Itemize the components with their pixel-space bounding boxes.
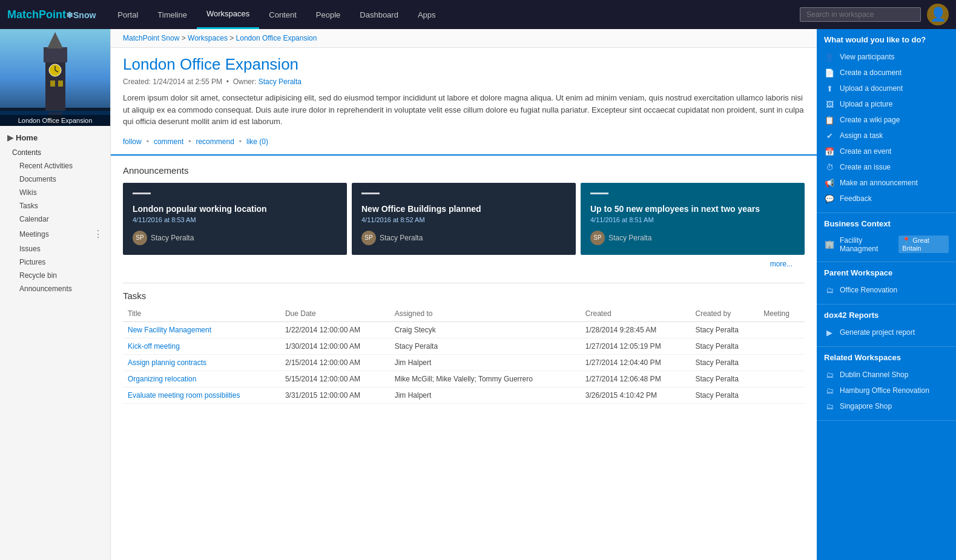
card2-author: SP Stacy Peralta [361,231,566,245]
logo[interactable]: MatchPoint❄Snow [7,8,96,21]
announcements-grid: London popular working location 4/11/201… [123,183,805,255]
recycle-bin-label: Recycle bin [19,271,57,280]
action-view-participants[interactable]: 👤 View participants [824,49,949,65]
action-create-event[interactable]: 📅 Create an event [824,143,949,159]
sidebar-item-tasks[interactable]: Tasks [12,199,110,212]
nav-content[interactable]: Content [259,0,306,29]
avatar[interactable]: 👤 [927,4,949,25]
breadcrumb-matchpoint[interactable]: MatchPoint Snow [123,34,179,42]
task-meeting-cell [759,338,805,354]
generate-report-item[interactable]: ▶ Generate project report [824,324,949,340]
home-arrow-icon: ▶ [7,133,13,142]
sidebar-item-pictures[interactable]: Pictures [12,255,110,269]
action-create-issue[interactable]: ⏱ Create an issue [824,159,949,175]
related-hamburg[interactable]: 🗂 Hamburg Office Renovation [824,383,949,398]
card1-line [133,193,151,194]
what-section: What would you like to do? 👤 View partic… [817,29,956,213]
sidebar-item-meetings[interactable]: Meetings ⋮ [12,226,110,242]
sidebar-item-documents[interactable]: Documents [12,173,110,186]
search-input[interactable] [800,7,921,22]
action-comment[interactable]: comment [154,137,183,146]
nav-dashboard[interactable]: Dashboard [350,0,408,29]
task-created-cell: 1/27/2014 12:06:48 PM [581,371,691,387]
card1-date: 4/11/2016 at 8:53 AM [133,216,337,223]
table-row: Kick-off meeting 1/30/2014 12:00:00 AM S… [123,338,805,354]
action-feedback[interactable]: 💬 Feedback [824,191,949,206]
business-context-item[interactable]: 🏢 Facility Managment 📍 Great Britain [824,233,949,255]
task-title-link[interactable]: Evaluate meeting room possibiities [128,391,240,400]
announcement-card-3[interactable]: Up to 50 new employees in next two years… [581,183,805,255]
col-created: Created [581,306,691,322]
sidebar-item-announcements[interactable]: Announcements [12,282,110,295]
action-upload-document[interactable]: ⬆ Upload a document [824,81,949,96]
task-title-link[interactable]: Assign plannig contracts [128,358,206,367]
wiki-icon: 📋 [824,114,835,125]
sidebar-hero[interactable]: London Office Expansion [0,29,110,126]
card1-title: London popular working location [133,204,337,214]
action-follow[interactable]: follow [123,137,142,146]
col-assigned-to: Assigned to [390,306,581,322]
announcements-more-link[interactable]: more... [123,255,805,273]
hamburg-workspace-icon: 🗂 [824,385,835,396]
wikis-label: Wikis [19,188,37,197]
business-context-title: Business Context [824,219,949,228]
action-create-wiki[interactable]: 📋 Create a wiki page [824,112,949,128]
announcement-card-2[interactable]: New Office Buildings planned 4/11/2016 a… [352,183,576,255]
workspace-title: London Office Expansion [123,55,805,74]
contents-label: Contents [12,148,41,157]
related-singapore[interactable]: 🗂 Singapore Shop [824,398,949,414]
nav-people[interactable]: People [306,0,350,29]
task-title-link[interactable]: Kick-off meeting [128,342,180,351]
task-assigned-cell: Stacy Peralta [390,338,581,354]
meetings-dots-icon[interactable]: ⋮ [93,228,103,240]
action-like[interactable]: like (0) [246,137,268,146]
task-title-link[interactable]: New Facility Management [128,326,211,334]
card2-title: New Office Buildings planned [361,204,566,214]
announcement-card-1[interactable]: London popular working location 4/11/201… [123,183,347,255]
sidebar-section-header-contents[interactable]: Contents [12,146,110,159]
document-icon: 📄 [824,67,835,78]
sidebar-item-issues[interactable]: Issues [12,242,110,255]
create-issue-label: Create an issue [840,163,891,171]
sidebar-contents: Contents Recent Activities Documents Wik… [0,146,110,295]
action-assign-task[interactable]: ✔ Assign a task [824,128,949,143]
card1-avatar: SP [133,231,147,245]
workspace-created: Created: 1/24/2014 at 2:55 PM [123,77,222,86]
breadcrumb-workspaces[interactable]: Workspaces [188,34,228,42]
task-due-date-cell: 5/15/2014 12:00:00 AM [280,371,390,387]
meetings-label: Meetings [19,230,49,239]
action-create-document[interactable]: 📄 Create a document [824,65,949,81]
logo-text: MatchPoint❄Snow [7,8,96,21]
issue-icon: ⏱ [824,162,835,173]
nav-workspaces[interactable]: Workspaces [197,0,259,29]
upload-document-icon: ⬆ [824,83,835,94]
task-assigned-cell: Craig Stecyk [390,321,581,338]
action-upload-picture[interactable]: 🖼 Upload a picture [824,96,949,112]
sidebar-item-recycle-bin[interactable]: Recycle bin [12,269,110,282]
action-announcement[interactable]: 📢 Make an announcement [824,175,949,191]
sidebar-home[interactable]: ▶ Home [0,130,110,146]
svg-rect-8 [50,81,55,87]
announcement-icon: 📢 [824,177,835,188]
sidebar-item-wikis[interactable]: Wikis [12,186,110,199]
person-icon: 👤 [824,51,835,62]
parent-workspace-item[interactable]: 🗂 Office Renovation [824,282,949,298]
card3-date: 4/11/2016 at 8:51 AM [590,216,795,223]
picture-icon: 🖼 [824,99,835,110]
sidebar-item-recent-activities[interactable]: Recent Activities [12,159,110,173]
announcements-title: Announcements [123,165,805,176]
workspace-owner-link[interactable]: Stacy Peralta [259,77,302,86]
nav-timeline[interactable]: Timeline [148,0,197,29]
nav-apps[interactable]: Apps [408,0,446,29]
task-assigned-cell: Mike McGill; Mike Valelly; Tommy Guerrer… [390,371,581,387]
task-created-by-cell: Stacy Peralta [690,321,759,338]
task-title-link[interactable]: Organizing relocation [128,375,196,383]
breadcrumb-current[interactable]: London Office Expansion [236,34,317,42]
sidebar-item-calendar[interactable]: Calendar [12,212,110,226]
view-participants-label: View participants [840,53,895,61]
related-dublin[interactable]: 🗂 Dublin Channel Shop [824,367,949,383]
nav-portal[interactable]: Portal [108,0,148,29]
action-recommend[interactable]: recommend [196,137,234,146]
task-title-cell: New Facility Management [123,321,280,338]
office-renovation-label: Office Renovation [840,286,897,294]
